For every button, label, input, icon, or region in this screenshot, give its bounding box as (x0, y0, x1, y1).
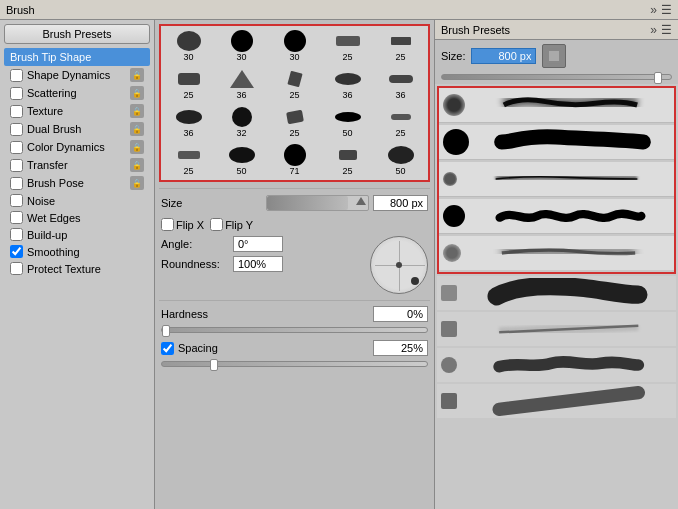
brush-cell-18[interactable]: 71 (269, 142, 320, 178)
sidebar-item-smoothing[interactable]: Smoothing (4, 243, 150, 260)
svg-point-1 (231, 30, 253, 52)
brush-cell-3[interactable]: 30 (269, 28, 320, 64)
smoothing-checkbox[interactable] (10, 245, 23, 258)
spacing-label[interactable]: Spacing (161, 342, 369, 355)
sidebar-item-color-dynamics[interactable]: Color Dynamics 🔒 (4, 138, 150, 156)
brush-pose-checkbox[interactable] (10, 177, 23, 190)
scattering-checkbox[interactable] (10, 87, 23, 100)
texture-checkbox[interactable] (10, 105, 23, 118)
size-value[interactable]: 800 px (373, 195, 428, 211)
sidebar-item-texture[interactable]: Texture 🔒 (4, 102, 150, 120)
preset-item-5[interactable] (439, 236, 674, 270)
preset-item-6[interactable] (437, 276, 676, 310)
color-dynamics-checkbox[interactable] (10, 141, 23, 154)
shape-dynamics-checkbox[interactable] (10, 69, 23, 82)
sidebar-item-dual-brush[interactable]: Dual Brush 🔒 (4, 120, 150, 138)
right-menu-icon[interactable]: ☰ (661, 23, 672, 37)
sidebar-item-scattering[interactable]: Scattering 🔒 (4, 84, 150, 102)
spacing-value[interactable]: 25% (373, 340, 428, 356)
preset-dot-4 (443, 205, 465, 227)
protect-texture-checkbox[interactable] (10, 262, 23, 275)
brush-cell-16[interactable]: 25 (163, 142, 214, 178)
wet-edges-checkbox[interactable] (10, 211, 23, 224)
svg-point-17 (284, 144, 306, 166)
sidebar-item-wet-edges[interactable]: Wet Edges (4, 209, 150, 226)
preset-item-1[interactable] (439, 88, 674, 123)
right-size-row: Size: (435, 40, 678, 72)
preset-item-9[interactable] (437, 384, 676, 418)
top-bar: Brush » ☰ (0, 0, 678, 20)
brush-presets-list (435, 84, 678, 509)
hardness-slider-row (155, 325, 434, 337)
preset-stroke-4 (471, 201, 670, 231)
brush-cell-12[interactable]: 32 (216, 104, 267, 140)
brush-cell-11[interactable]: 36 (163, 104, 214, 140)
collapse-icon[interactable]: » (650, 3, 657, 17)
brush-cell-7[interactable]: 36 (216, 66, 267, 102)
brush-cell-5[interactable]: 25 (375, 28, 426, 64)
brush-cell-10[interactable]: 36 (375, 66, 426, 102)
sidebar-item-protect-texture[interactable]: Protect Texture (4, 260, 150, 277)
hardness-value[interactable]: 0% (373, 306, 428, 322)
brush-cell-20[interactable]: 50 (375, 142, 426, 178)
angle-label: Angle: (161, 238, 229, 250)
dual-brush-checkbox[interactable] (10, 123, 23, 136)
preset-icon-9 (441, 393, 457, 409)
svg-point-11 (232, 107, 252, 127)
noise-checkbox[interactable] (10, 194, 23, 207)
preset-dot-3 (443, 172, 457, 186)
roundness-input[interactable] (233, 256, 283, 272)
sidebar-item-brush-pose[interactable]: Brush Pose 🔒 (4, 174, 150, 192)
preset-item-4[interactable] (439, 199, 674, 234)
sidebar-item-noise[interactable]: Noise (4, 192, 150, 209)
spacing-checkbox[interactable] (161, 342, 174, 355)
brush-cell-15[interactable]: 25 (375, 104, 426, 140)
preset-item-3[interactable] (439, 162, 674, 197)
brush-cell-4[interactable]: 25 (322, 28, 373, 64)
transfer-checkbox[interactable] (10, 159, 23, 172)
brush-cell-19[interactable]: 25 (322, 142, 373, 178)
flip-y-label[interactable]: Flip Y (210, 218, 253, 231)
right-size-input[interactable] (471, 48, 536, 64)
sidebar-item-build-up[interactable]: Build-up (4, 226, 150, 243)
brush-cell-8[interactable]: 25 (269, 66, 320, 102)
preset-group-selected (437, 86, 676, 274)
brush-cell-9[interactable]: 36 (322, 66, 373, 102)
flip-y-checkbox[interactable] (210, 218, 223, 231)
preset-item-7[interactable] (437, 312, 676, 346)
preset-item-2[interactable] (439, 125, 674, 160)
sidebar-item-shape-dynamics[interactable]: Shape Dynamics 🔒 (4, 66, 150, 84)
brush-cell-17[interactable]: 50 (216, 142, 267, 178)
svg-point-16 (229, 147, 255, 163)
preset-stroke-1 (471, 90, 670, 120)
flip-x-label[interactable]: Flip X (161, 218, 204, 231)
preset-stroke-9 (463, 386, 672, 416)
preset-stroke-6 (463, 278, 672, 308)
brush-presets-button[interactable]: Brush Presets (4, 24, 150, 44)
shape-dynamics-label: Shape Dynamics (27, 69, 130, 81)
brush-cell-14[interactable]: 50 (322, 104, 373, 140)
separator-2 (159, 300, 430, 301)
angle-diagram[interactable] (370, 236, 428, 294)
preset-item-8[interactable] (437, 348, 676, 382)
size-icon[interactable] (542, 44, 566, 68)
svg-rect-18 (339, 150, 357, 160)
sidebar-item-brush-tip-shape[interactable]: Brush Tip Shape (4, 48, 150, 66)
spacing-text: Spacing (178, 342, 218, 354)
flip-x-checkbox[interactable] (161, 218, 174, 231)
menu-icon[interactable]: ☰ (661, 3, 672, 17)
svg-rect-12 (286, 110, 304, 125)
brush-cell-13[interactable]: 25 (269, 104, 320, 140)
preset-icon-6 (441, 285, 457, 301)
right-size-label: Size: (441, 50, 465, 62)
brush-tip-shape-label: Brush Tip Shape (10, 51, 144, 63)
build-up-checkbox[interactable] (10, 228, 23, 241)
brush-cell-1[interactable]: 30 (163, 28, 214, 64)
preset-dot-1 (443, 94, 465, 116)
angle-input[interactable] (233, 236, 283, 252)
brush-cell-2[interactable]: 30 (216, 28, 267, 64)
sidebar-item-transfer[interactable]: Transfer 🔒 (4, 156, 150, 174)
right-slider-row (435, 72, 678, 84)
right-collapse-icon[interactable]: » (650, 23, 657, 37)
brush-cell-6[interactable]: 25 (163, 66, 214, 102)
